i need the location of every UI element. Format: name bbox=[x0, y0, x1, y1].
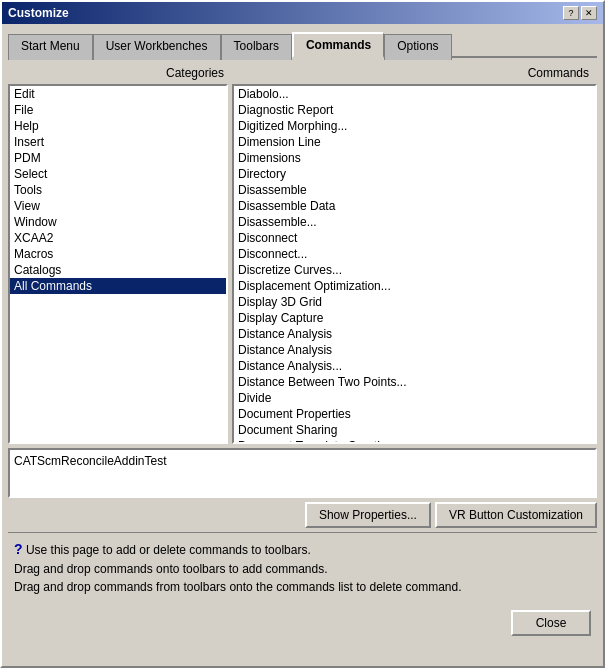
tab-commands[interactable]: Commands bbox=[292, 32, 384, 58]
list-item[interactable]: Help bbox=[10, 118, 226, 134]
list-item[interactable]: Disconnect... bbox=[234, 246, 595, 262]
lists-area: Edit File Help Insert PDM Select Tools V… bbox=[8, 84, 597, 444]
tab-bar: Start Menu User Workbenches Toolbars Com… bbox=[8, 30, 597, 58]
list-item[interactable]: Distance Analysis bbox=[234, 326, 595, 342]
list-item[interactable]: Discretize Curves... bbox=[234, 262, 595, 278]
categories-list[interactable]: Edit File Help Insert PDM Select Tools V… bbox=[8, 84, 228, 444]
list-item[interactable]: Divide bbox=[234, 390, 595, 406]
commands-list[interactable]: Diabolo... Diagnostic Report Digitized M… bbox=[232, 84, 597, 444]
list-item[interactable]: Window bbox=[10, 214, 226, 230]
list-item[interactable]: Catalogs bbox=[10, 262, 226, 278]
list-item[interactable]: Distance Analysis... bbox=[234, 358, 595, 374]
help-button[interactable]: ? bbox=[563, 6, 579, 20]
dialog-content: Start Menu User Workbenches Toolbars Com… bbox=[2, 24, 603, 666]
list-item[interactable]: Document Template Creation... bbox=[234, 438, 595, 442]
list-item[interactable]: Diabolo... bbox=[234, 86, 595, 102]
tab-user-workbenches[interactable]: User Workbenches bbox=[93, 34, 221, 60]
list-item[interactable]: Display 3D Grid bbox=[234, 294, 595, 310]
list-item[interactable]: Select bbox=[10, 166, 226, 182]
action-buttons: Show Properties... VR Button Customizati… bbox=[8, 502, 597, 528]
window-title: Customize bbox=[8, 6, 69, 20]
categories-header: Categories bbox=[8, 66, 228, 80]
help-line2: Drag and drop commands onto toolbars to … bbox=[14, 562, 328, 576]
list-item[interactable]: Display Capture bbox=[234, 310, 595, 326]
tab-start-menu[interactable]: Start Menu bbox=[8, 34, 93, 60]
list-item[interactable]: Distance Between Two Points... bbox=[234, 374, 595, 390]
list-item[interactable]: PDM bbox=[10, 150, 226, 166]
close-row: Close bbox=[8, 606, 597, 640]
list-item[interactable]: Document Properties bbox=[234, 406, 595, 422]
column-headers: Categories Commands bbox=[8, 66, 597, 80]
close-dialog-button[interactable]: Close bbox=[511, 610, 591, 636]
list-item[interactable]: Disassemble bbox=[234, 182, 595, 198]
close-button-title[interactable]: ✕ bbox=[581, 6, 597, 20]
list-item[interactable]: Distance Analysis bbox=[234, 342, 595, 358]
list-item[interactable]: Digitized Morphing... bbox=[234, 118, 595, 134]
vr-button-customization[interactable]: VR Button Customization bbox=[435, 502, 597, 528]
list-item[interactable]: Edit bbox=[10, 86, 226, 102]
list-item[interactable]: Tools bbox=[10, 182, 226, 198]
show-properties-button[interactable]: Show Properties... bbox=[305, 502, 431, 528]
list-item[interactable]: Diagnostic Report bbox=[234, 102, 595, 118]
commands-header: Commands bbox=[228, 66, 597, 80]
list-item[interactable]: Document Sharing bbox=[234, 422, 595, 438]
help-line1: Use this page to add or delete commands … bbox=[26, 543, 311, 557]
list-item[interactable]: Disassemble... bbox=[234, 214, 595, 230]
commands-list-content[interactable]: Diabolo... Diagnostic Report Digitized M… bbox=[234, 86, 595, 442]
title-bar: Customize ? ✕ bbox=[2, 2, 603, 24]
list-item[interactable]: Macros bbox=[10, 246, 226, 262]
list-item[interactable]: XCAA2 bbox=[10, 230, 226, 246]
list-item[interactable]: Dimensions bbox=[234, 150, 595, 166]
info-text: CATScmReconcileAddinTest bbox=[14, 454, 167, 468]
list-item[interactable]: Displacement Optimization... bbox=[234, 278, 595, 294]
list-item[interactable]: View bbox=[10, 198, 226, 214]
list-item[interactable]: Dimension Line bbox=[234, 134, 595, 150]
tab-toolbars[interactable]: Toolbars bbox=[221, 34, 292, 60]
help-line3: Drag and drop commands from toolbars ont… bbox=[14, 580, 462, 594]
title-bar-controls: ? ✕ bbox=[563, 6, 597, 20]
info-box: CATScmReconcileAddinTest bbox=[8, 448, 597, 498]
tab-options[interactable]: Options bbox=[384, 34, 451, 60]
list-item[interactable]: Disassemble Data bbox=[234, 198, 595, 214]
list-item[interactable]: Directory bbox=[234, 166, 595, 182]
help-section: ? Use this page to add or delete command… bbox=[8, 532, 597, 602]
customize-dialog: Customize ? ✕ Start Menu User Workbenche… bbox=[0, 0, 605, 668]
list-item[interactable]: Insert bbox=[10, 134, 226, 150]
list-item[interactable]: Disconnect bbox=[234, 230, 595, 246]
help-icon: ? bbox=[14, 541, 23, 557]
list-item-all-commands[interactable]: All Commands bbox=[10, 278, 226, 294]
list-item[interactable]: File bbox=[10, 102, 226, 118]
